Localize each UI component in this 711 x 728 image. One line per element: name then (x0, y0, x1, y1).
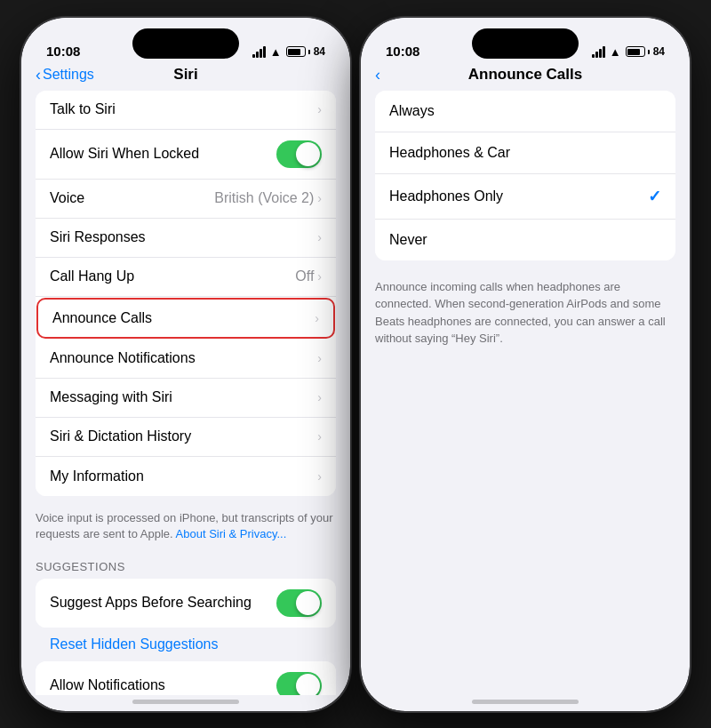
dynamic-island-right (472, 28, 579, 59)
label-siri-responses: Siri Responses (50, 229, 317, 245)
toggle-knob-suggest-apps (296, 591, 320, 615)
dynamic-island-left (132, 28, 239, 59)
battery-icon-left: 84 (286, 45, 325, 58)
announce-footer: Announce incoming calls when headphones … (361, 268, 690, 358)
back-button-right[interactable]: ‹ (375, 67, 382, 83)
list-item-call-hangup[interactable]: Call Hang Up Off › (36, 258, 336, 297)
back-label-left: Settings (43, 67, 94, 83)
chevron-announce-calls: › (315, 311, 319, 325)
reset-link-container: Reset Hidden Suggestions (21, 628, 350, 661)
chevron-siri-responses: › (317, 230, 322, 244)
announce-calls-content: Always Headphones & Car Headphones Only … (361, 91, 690, 695)
toggle-knob-allow-notifs (296, 674, 320, 695)
toggle-suggest-apps[interactable] (276, 589, 322, 617)
list-item-allow-locked[interactable]: Allow Siri When Locked (36, 130, 336, 180)
toggle-allow-locked[interactable] (276, 140, 322, 168)
chevron-dictation: › (317, 429, 322, 444)
time-right: 10:08 (386, 44, 419, 59)
left-phone: 10:08 ▲ 84 (21, 18, 350, 711)
label-headphones-only: Headphones Only (389, 188, 503, 204)
label-announce-calls: Announce Calls (52, 310, 315, 326)
label-never: Never (389, 232, 427, 248)
wifi-icon-left: ▲ (270, 45, 282, 59)
back-chevron-left: ‹ (36, 67, 41, 83)
footer-text-left: Voice input is processed on iPhone, but … (21, 503, 350, 553)
nav-title-left: Siri (173, 66, 197, 84)
home-indicator-right (472, 700, 579, 704)
list-item-allow-notifs[interactable]: Allow Notifications (36, 661, 336, 695)
suggestions-card: Suggest Apps Before Searching (36, 579, 336, 628)
suggestions-label: SUGGESTIONS (21, 553, 350, 579)
label-allow-locked: Allow Siri When Locked (50, 146, 276, 162)
suggestions-card-2: Allow Notifications Show in App Library (36, 661, 336, 695)
reset-link[interactable]: Reset Hidden Suggestions (36, 628, 232, 660)
chevron-voice: › (317, 191, 322, 205)
status-icons-left: ▲ 84 (252, 45, 325, 59)
label-dictation: Siri & Dictation History (50, 428, 317, 444)
announce-options-section: Always Headphones & Car Headphones Only … (361, 91, 690, 260)
battery-level-left: 84 (314, 45, 325, 58)
option-headphones-only[interactable]: Headphones Only ✓ (375, 174, 675, 220)
chevron-call-hangup: › (317, 269, 322, 284)
chevron-talk-to-siri: › (317, 102, 322, 116)
toggle-allow-notifs[interactable] (276, 672, 322, 695)
label-always: Always (389, 103, 435, 119)
footer-link[interactable]: About Siri & Privacy... (176, 527, 287, 540)
label-announce-notifications: Announce Notifications (50, 350, 317, 366)
main-list-section: Talk to Siri › Allow Siri When Locked Vo… (21, 91, 350, 496)
list-item-announce-notifications[interactable]: Announce Notifications › (36, 340, 336, 379)
back-button-left[interactable]: ‹ Settings (36, 67, 94, 83)
label-my-info: My Information (50, 468, 317, 484)
option-headphones-car[interactable]: Headphones & Car (375, 132, 675, 174)
back-chevron-right: ‹ (375, 67, 380, 83)
settings-content-left: Talk to Siri › Allow Siri When Locked Vo… (21, 91, 350, 695)
signal-icon-left (252, 46, 266, 58)
right-screen: 10:08 ▲ 84 (361, 18, 690, 711)
value-call-hangup: Off (295, 268, 314, 284)
announce-options-card: Always Headphones & Car Headphones Only … (375, 91, 675, 260)
list-item-siri-responses[interactable]: Siri Responses › (36, 219, 336, 258)
option-never[interactable]: Never (375, 220, 675, 260)
label-allow-notifs: Allow Notifications (50, 677, 276, 693)
list-item-messaging-siri[interactable]: Messaging with Siri › (36, 379, 336, 418)
time-left: 10:08 (46, 44, 80, 59)
list-item-dictation[interactable]: Siri & Dictation History › (36, 418, 336, 457)
signal-icon-right (592, 46, 605, 58)
value-voice: British (Voice 2) (214, 190, 314, 206)
status-icons-right: ▲ 84 (592, 45, 665, 59)
battery-level-right: 84 (653, 45, 665, 58)
suggestions-section: SUGGESTIONS Suggest Apps Before Searchin… (21, 553, 350, 695)
wifi-icon-right: ▲ (610, 45, 621, 59)
left-screen: 10:08 ▲ 84 (21, 18, 350, 711)
announce-footer-text: Announce incoming calls when headphones … (375, 280, 666, 346)
toggle-knob-allow-locked (296, 142, 320, 166)
list-item-announce-calls[interactable]: Announce Calls › (36, 298, 335, 339)
chevron-announce-notifications: › (317, 351, 322, 365)
label-call-hangup: Call Hang Up (50, 268, 295, 284)
list-item-my-info[interactable]: My Information › (36, 457, 336, 496)
nav-title-right: Announce Calls (468, 66, 582, 84)
main-list-card: Talk to Siri › Allow Siri When Locked Vo… (36, 91, 336, 496)
label-voice: Voice (50, 190, 214, 206)
label-headphones-car: Headphones & Car (389, 145, 510, 161)
label-messaging-siri: Messaging with Siri (50, 389, 317, 405)
home-indicator-left (132, 700, 239, 704)
checkmark-headphones-only: ✓ (648, 187, 661, 206)
label-talk-to-siri: Talk to Siri (50, 101, 317, 117)
battery-icon-right: 84 (626, 45, 665, 58)
list-item-suggest-apps[interactable]: Suggest Apps Before Searching (36, 579, 336, 628)
chevron-messaging-siri: › (317, 390, 322, 404)
chevron-my-info: › (317, 469, 322, 484)
list-item-talk-to-siri[interactable]: Talk to Siri › (36, 91, 336, 130)
label-suggest-apps: Suggest Apps Before Searching (50, 595, 276, 611)
right-phone: 10:08 ▲ 84 (361, 18, 690, 711)
list-item-voice[interactable]: Voice British (Voice 2) › (36, 180, 336, 219)
option-always[interactable]: Always (375, 91, 675, 132)
